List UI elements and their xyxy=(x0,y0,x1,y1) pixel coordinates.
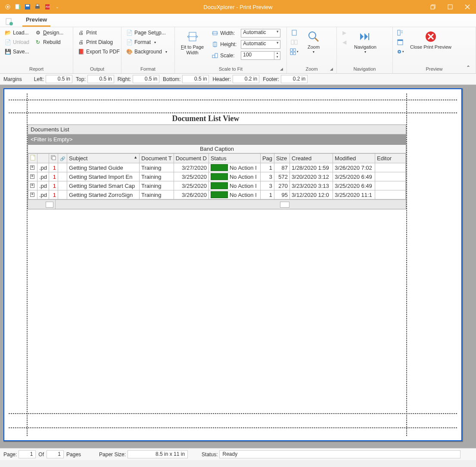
nav-first-button[interactable]: ▶ xyxy=(339,28,349,37)
expand-icon[interactable] xyxy=(30,165,34,170)
svg-rect-37 xyxy=(398,30,400,35)
close-preview-button[interactable]: Close Print Preview xyxy=(407,28,455,52)
qat-settings-icon[interactable] xyxy=(3,3,12,11)
headerfooter-button[interactable] xyxy=(395,37,405,47)
left-field[interactable]: 0.5 in xyxy=(46,75,72,83)
ext-cell: .pd xyxy=(37,163,49,172)
zoom-dialog-launcher[interactable]: ◢ xyxy=(330,67,335,72)
status-swatch xyxy=(211,164,228,171)
unload-button[interactable]: 📄Unload xyxy=(3,37,31,47)
modified-cell: 3/25/2020 11:1 xyxy=(333,190,375,199)
docdate-cell: 3/25/2020 xyxy=(174,181,208,190)
restore-down-button[interactable] xyxy=(424,0,442,14)
spin-up[interactable]: ▲ xyxy=(274,52,280,56)
zoom-twopage-button[interactable] xyxy=(289,37,299,47)
footer-field[interactable]: 0.2 in xyxy=(281,75,308,83)
zoom-button[interactable]: Zoom ▾ xyxy=(301,28,327,56)
page-setup-button[interactable]: 📄Page Setup... xyxy=(124,28,169,37)
svg-marker-34 xyxy=(360,33,364,40)
ribbon-group-scale: Fit to PageWidth Width: Automatic Height… xyxy=(175,27,287,73)
subject-cell: Getting Started ZorroSign xyxy=(67,190,140,199)
header-field[interactable]: 0.2 in xyxy=(233,75,259,83)
column-header: Pag xyxy=(260,154,274,163)
svg-rect-3 xyxy=(19,5,20,9)
export-pdf-button[interactable]: 📕Export To PDF xyxy=(76,47,121,56)
ext-cell: .pd xyxy=(37,181,49,190)
page-icon: 📄 xyxy=(4,39,11,46)
created-cell: 3/12/2020 12:0 xyxy=(290,190,333,199)
pages-cell: 3 xyxy=(260,181,274,190)
column-header xyxy=(49,154,58,163)
table-row: .pd1Getting Started GuideTraining3/27/20… xyxy=(28,163,406,172)
close-button[interactable] xyxy=(459,0,476,14)
height-select[interactable]: Automatic xyxy=(241,40,280,49)
ribbon: Preview 📂Load... 📄Unload 💾Save... ⚙Desig… xyxy=(0,14,476,74)
width-select[interactable]: Automatic xyxy=(241,29,280,37)
right-field[interactable]: 0.5 in xyxy=(133,75,159,83)
background-dropdown[interactable]: 🎨Background ▾ xyxy=(124,47,169,56)
design-button[interactable]: ⚙Design... xyxy=(33,28,65,37)
qat-page-icon[interactable] xyxy=(13,3,22,11)
nav-prev-button[interactable]: ◀ xyxy=(339,37,349,47)
zoom-multipage-button[interactable]: ▾ xyxy=(289,47,299,56)
thumbnails-button[interactable] xyxy=(395,28,405,37)
expand-icon[interactable] xyxy=(30,184,34,188)
tab-preview[interactable]: Preview xyxy=(22,15,50,27)
scale-icon xyxy=(212,52,218,59)
navigation-button[interactable]: Navigation ▾ xyxy=(351,28,380,56)
svg-point-1 xyxy=(7,6,9,8)
column-header xyxy=(28,154,37,163)
qat-save-icon[interactable] xyxy=(23,3,32,11)
gear-icon: ⚙ xyxy=(34,29,41,36)
subject-cell: Getting Started Import En xyxy=(67,172,140,181)
top-label: Top: xyxy=(76,76,86,82)
maximize-button[interactable] xyxy=(442,0,459,14)
left-label: Left: xyxy=(34,76,44,82)
bottom-field[interactable]: 0.5 in xyxy=(182,75,209,83)
scale-dialog-launcher[interactable]: ◢ xyxy=(280,67,285,72)
svg-point-16 xyxy=(9,22,13,25)
created-cell: 3/23/2020 3:13 xyxy=(290,181,333,190)
save-button[interactable]: 💾Save... xyxy=(3,47,31,56)
file-menu-button[interactable] xyxy=(3,16,15,27)
magnifier-icon xyxy=(307,30,320,44)
qat-print-icon[interactable] xyxy=(33,3,42,11)
zoom-onepage-button[interactable] xyxy=(289,28,299,37)
group-label: Output xyxy=(76,65,118,73)
save-icon: 💾 xyxy=(4,48,11,55)
qat-pdf-icon[interactable]: PDF xyxy=(43,3,52,11)
expand-icon[interactable] xyxy=(30,174,34,179)
svg-rect-12 xyxy=(448,5,452,9)
format-icon: 📄 xyxy=(126,39,133,46)
fit-width-icon xyxy=(186,30,199,44)
ribbon-group-zoom: ▾ Zoom ▾ Zoom ◢ xyxy=(287,27,337,73)
print-button[interactable]: 🖨Print xyxy=(76,28,121,37)
status-cell: No Action I xyxy=(208,172,260,181)
rebuild-button[interactable]: ↻Rebuild xyxy=(33,37,65,47)
scale-spinner[interactable]: 100▲▼ xyxy=(241,51,280,60)
page-field[interactable]: 1 xyxy=(19,450,36,458)
margins-label: Margins xyxy=(3,76,22,82)
format-dropdown[interactable]: 📄Format ▾ xyxy=(124,37,169,47)
svg-rect-27 xyxy=(295,40,297,44)
print-dialog-button[interactable]: 🖨Print Dialog xyxy=(76,37,121,47)
status-field: Ready xyxy=(219,450,460,458)
fit-page-width-button[interactable]: Fit to PageWidth xyxy=(177,28,207,57)
expand-icon[interactable] xyxy=(30,193,34,197)
navigation-icon xyxy=(358,30,372,44)
qat-dropdown-icon[interactable]: ⌄ xyxy=(53,3,62,11)
load-button[interactable]: 📂Load... xyxy=(3,28,31,37)
document-title: Document List View xyxy=(4,114,407,123)
ribbon-group-navigation: ▶ ◀ Navigation ▾ Navigation xyxy=(337,27,393,73)
ext-cell: .pd xyxy=(37,190,49,199)
bottom-label: Bottom: xyxy=(163,76,180,82)
spin-down[interactable]: ▼ xyxy=(274,56,280,59)
close-icon xyxy=(424,30,438,44)
size-cell: 87 xyxy=(274,163,290,172)
preview-canvas[interactable]: Document List View Documents List <Filte… xyxy=(0,85,476,448)
height-icon xyxy=(212,41,218,48)
view-options-button[interactable]: ▾ xyxy=(395,47,405,56)
top-field[interactable]: 0.5 in xyxy=(87,75,114,83)
svg-rect-11 xyxy=(431,6,434,9)
printer-icon: 🖨 xyxy=(78,29,84,36)
